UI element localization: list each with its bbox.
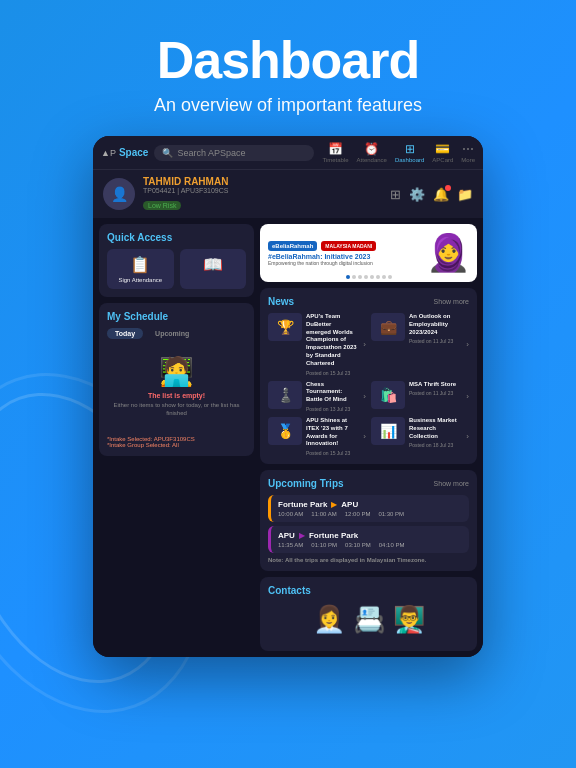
trip-from-1: Fortune Park <box>278 500 327 509</box>
folder-icon[interactable]: 📁 <box>457 187 473 202</box>
schedule-empty-sub: Either no items to show for today, or th… <box>107 401 246 418</box>
news-show-more[interactable]: Show more <box>434 298 469 305</box>
dot-8 <box>388 275 392 279</box>
news-date-4: Posted on 11 Jul 23 <box>409 390 460 396</box>
schedule-tabs: Today Upcoming <box>107 328 246 339</box>
trips-header: Upcoming Trips Show more <box>268 478 469 489</box>
attendance-label: Attendance <box>357 157 387 163</box>
trips-note-label: Note: <box>268 557 283 563</box>
news-arrow-3: › <box>363 392 366 401</box>
news-item-4[interactable]: 🛍️ MSA Thrift Store Posted on 11 Jul 23 … <box>371 381 469 412</box>
schedule-title: My Schedule <box>107 311 246 322</box>
dot-6 <box>376 275 380 279</box>
more-label: More <box>461 157 475 163</box>
contacts-preview: 👩‍💼 📇 👨‍🏫 <box>268 596 469 643</box>
trip-time-1-1: 10:00 AM <box>278 511 303 517</box>
news-date-1: Posted on 15 Jul 23 <box>306 370 357 376</box>
news-arrow-2: › <box>466 340 469 349</box>
app-topbar: ▲P Space 🔍 Search APSpace 📅 Timetable ⏰ … <box>93 136 483 170</box>
news-info-2: An Outlook on Employability 2023/2024 Po… <box>409 313 460 376</box>
malaysia-logo: MALAYSIA MADANI <box>321 241 376 251</box>
news-item-1[interactable]: 🏆 APU's Team DuBetter emerged Worlds Cha… <box>268 313 366 376</box>
profile-info: TAHMID RAHMAN TP054421 | APU3F3109CS Low… <box>143 176 382 212</box>
profile-bar: 👤 TAHMID RAHMAN TP054421 | APU3F3109CS L… <box>93 170 483 218</box>
dot-1 <box>346 275 350 279</box>
trip-route-2: APU ▶ Fortune Park <box>278 531 462 540</box>
news-info-3: Chess Tournament: Battle Of Mind Posted … <box>306 381 357 412</box>
banner-content: eBeliaRahmah MALAYSIA MADANI #eBeliaRahm… <box>260 235 426 272</box>
trip-item-2[interactable]: APU ▶ Fortune Park 11:35 AM 01:10 PM 03:… <box>268 526 469 553</box>
trip-item-1[interactable]: Fortune Park ▶ APU 10:00 AM 11:00 AM 12:… <box>268 495 469 522</box>
timetable-label: Timetable <box>322 157 348 163</box>
news-thumb-6: 📊 <box>371 417 405 445</box>
schedule-intake-note: *Intake Selected: APU3F3109CS *Intake Gr… <box>107 436 246 448</box>
news-item-5[interactable]: 🥇 APU Shines at ITEX '23 with 7 Awards f… <box>268 417 366 456</box>
news-item-6[interactable]: 📊 Business Market Research Collection Po… <box>371 417 469 456</box>
dashboard-label: Dashboard <box>395 157 424 163</box>
left-column: Quick Access 📋 Sign Attendance 📖 My Sche… <box>99 224 254 651</box>
contacts-title: Contacts <box>268 585 469 596</box>
news-title-1: APU's Team DuBetter emerged Worlds Champ… <box>306 313 357 368</box>
schedule-empty-title: The list is empty! <box>148 392 205 399</box>
profile-action-icons: ⊞ ⚙️ 🔔 📁 <box>390 187 473 202</box>
news-date-2: Posted on 11 Jul 23 <box>409 338 460 344</box>
news-title: News <box>268 296 294 307</box>
logo-ap-text: ▲P <box>101 148 116 158</box>
banner-card[interactable]: eBeliaRahmah MALAYSIA MADANI #eBeliaRahm… <box>260 224 477 282</box>
nav-attendance[interactable]: ⏰ Attendance <box>357 142 387 163</box>
news-item-2[interactable]: 💼 An Outlook on Employability 2023/2024 … <box>371 313 469 376</box>
schedule-empty-figure: 🧑‍💻 <box>159 355 194 388</box>
trip-to-1: APU <box>341 500 358 509</box>
nav-timetable[interactable]: 📅 Timetable <box>322 142 348 163</box>
news-arrow-5: › <box>363 432 366 441</box>
grid-icon[interactable]: ⊞ <box>390 187 401 202</box>
contact-figure-2: 📇 <box>353 604 385 635</box>
dot-7 <box>382 275 386 279</box>
trip-time-1-3: 12:00 PM <box>345 511 371 517</box>
risk-badge: Low Risk <box>143 201 181 210</box>
right-column: eBeliaRahmah MALAYSIA MADANI #eBeliaRahm… <box>260 224 477 651</box>
timetable-icon: 📅 <box>328 142 343 156</box>
news-thumb-3: ♟️ <box>268 381 302 409</box>
profile-name: TAHMID RAHMAN <box>143 176 382 187</box>
news-title-5: APU Shines at ITEX '23 with 7 Awards for… <box>306 417 357 448</box>
trip-time-2-3: 03:10 PM <box>345 542 371 548</box>
trip-time-2-1: 11:35 AM <box>278 542 303 548</box>
banner-logos: eBeliaRahmah MALAYSIA MADANI <box>268 241 418 251</box>
trip-time-1-2: 11:00 AM <box>311 511 336 517</box>
trip-route-1: Fortune Park ▶ APU <box>278 500 462 509</box>
banner-figure: 🧕 <box>426 232 471 274</box>
trip-arrow-1: ▶ <box>331 500 337 509</box>
contact-figure-1: 👩‍💼 <box>313 604 345 635</box>
main-content: Quick Access 📋 Sign Attendance 📖 My Sche… <box>93 218 483 657</box>
search-bar[interactable]: 🔍 Search APSpace <box>154 145 314 161</box>
news-info-6: Business Market Research Collection Post… <box>409 417 460 456</box>
news-item-3[interactable]: ♟️ Chess Tournament: Battle Of Mind Post… <box>268 381 366 412</box>
news-arrow-4: › <box>466 392 469 401</box>
qa-sign-attendance[interactable]: 📋 Sign Attendance <box>107 249 174 289</box>
notification-icon[interactable]: 🔔 <box>433 187 449 202</box>
nav-apcard[interactable]: 💳 APCard <box>432 142 453 163</box>
ebelia-logo: eBeliaRahmah <box>268 241 317 251</box>
settings-icon[interactable]: ⚙️ <box>409 187 425 202</box>
tab-upcoming[interactable]: Upcoming <box>147 328 197 339</box>
nav-dashboard[interactable]: ⊞ Dashboard <box>395 142 424 163</box>
qa-book-item[interactable]: 📖 <box>180 249 247 289</box>
attendance-icon: ⏰ <box>364 142 379 156</box>
trip-times-1: 10:00 AM 11:00 AM 12:00 PM 01:30 PM <box>278 511 462 517</box>
dashboard-icon: ⊞ <box>405 142 415 156</box>
news-title-4: MSA Thrift Store <box>409 381 460 389</box>
trips-title: Upcoming Trips <box>268 478 344 489</box>
quick-access-grid: 📋 Sign Attendance 📖 <box>107 249 246 289</box>
news-title-6: Business Market Research Collection <box>409 417 460 440</box>
news-title-2: An Outlook on Employability 2023/2024 <box>409 313 460 336</box>
app-logo: ▲P Space <box>101 147 148 158</box>
nav-more[interactable]: ⋯ More <box>461 142 475 163</box>
trips-show-more[interactable]: Show more <box>434 480 469 487</box>
tab-today[interactable]: Today <box>107 328 143 339</box>
apcard-label: APCard <box>432 157 453 163</box>
trips-section: Upcoming Trips Show more Fortune Park ▶ … <box>260 470 477 571</box>
news-date-5: Posted on 15 Jul 23 <box>306 450 357 456</box>
news-info-1: APU's Team DuBetter emerged Worlds Champ… <box>306 313 357 376</box>
page-title: Dashboard <box>0 30 576 90</box>
